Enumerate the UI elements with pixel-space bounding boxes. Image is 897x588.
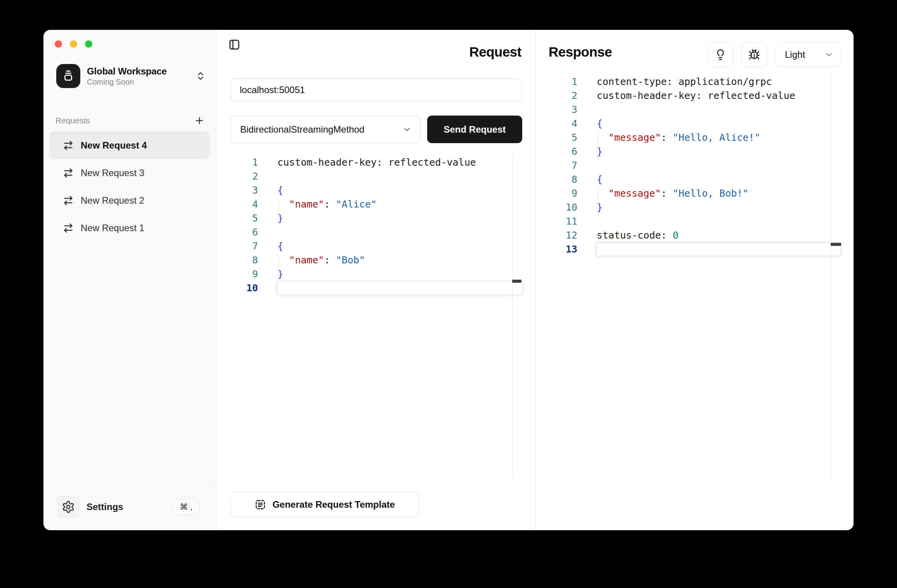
code-token-string: "Hello, Bob!": [673, 188, 749, 199]
code-line[interactable]: 5 "message": "Hello, Alice!": [535, 131, 854, 145]
code-line[interactable]: 7: [535, 159, 854, 173]
close-window-button[interactable]: [55, 40, 62, 48]
code-content: status-code: 0: [597, 228, 679, 242]
method-dropdown[interactable]: BidirectionalStreamingMethod: [230, 116, 421, 143]
code-token-string: "Bob": [336, 254, 365, 266]
code-token-plain: [597, 132, 608, 143]
arrow-right-left-icon: [63, 140, 74, 151]
code-content: }: [597, 201, 603, 214]
code-line[interactable]: 3{: [216, 183, 535, 197]
code-content: "name": "Bob": [277, 253, 365, 267]
code-line[interactable]: 11: [535, 214, 854, 228]
line-number: 5: [216, 211, 258, 225]
sidebar-item-new-request-2[interactable]: New Request 2: [49, 187, 210, 214]
code-token-key: "name": [289, 254, 324, 266]
code-content: [277, 281, 523, 295]
plus-icon: [194, 115, 205, 126]
request-item-label: New Request 1: [81, 223, 144, 233]
line-number: 2: [535, 89, 577, 103]
code-token-plain: content-type: application/grpc: [597, 76, 772, 87]
workspace-title: Global Workspace: [87, 66, 167, 77]
line-number: 5: [535, 131, 577, 145]
sidebar-item-new-request-4[interactable]: New Request 4: [49, 131, 210, 159]
code-content: content-type: application/grpc: [597, 75, 772, 89]
code-token-plain: custom-header-key: reflected-value: [277, 157, 476, 168]
code-line[interactable]: 12status-code: 0: [535, 228, 854, 242]
code-token-key: "message": [608, 132, 661, 143]
settings-label: Settings: [87, 502, 123, 512]
requests-section-label: Requests: [55, 116, 90, 125]
request-editor-scrollbar-thumb[interactable]: [512, 280, 521, 283]
code-token-string: "Alice": [336, 199, 377, 210]
response-editor-scrollbar-thumb[interactable]: [831, 243, 841, 246]
line-number: 8: [216, 253, 258, 267]
code-line[interactable]: 1content-type: application/grpc: [535, 75, 854, 89]
code-line[interactable]: 8{: [535, 173, 854, 187]
sidebar-item-new-request-1[interactable]: New Request 1: [49, 214, 210, 242]
generate-request-template-button[interactable]: Generate Request Template: [230, 492, 419, 517]
code-token-key: "message": [608, 188, 661, 199]
code-line[interactable]: 6: [216, 225, 535, 239]
toggle-sidebar-button[interactable]: [228, 38, 241, 51]
code-content: {: [597, 117, 603, 131]
indent-guide: [279, 199, 279, 210]
code-token-plain: [277, 199, 289, 210]
code-line[interactable]: 4 "name": "Alice": [216, 197, 535, 211]
code-content: "message": "Hello, Alice!": [597, 131, 760, 145]
request-item-label: New Request 3: [81, 168, 144, 178]
settings-button[interactable]: [57, 496, 80, 518]
code-line-active[interactable]: 10: [216, 281, 535, 295]
workspace-switcher[interactable]: Global Workspace Coming Soon: [56, 64, 206, 88]
code-token-plain: [597, 188, 608, 199]
code-line[interactable]: 5}: [216, 211, 535, 225]
line-number: 12: [535, 228, 577, 242]
request-editor[interactable]: 1custom-header-key: reflected-value23{4 …: [216, 156, 535, 295]
indent-guide: [598, 132, 598, 144]
code-token-number: 0: [673, 230, 679, 241]
chevron-down-icon: [824, 50, 834, 59]
lightbulb-icon: [715, 49, 726, 61]
line-number: 1: [535, 75, 577, 89]
code-line[interactable]: 2custom-header-key: reflected-value: [535, 89, 854, 103]
zoom-window-button[interactable]: [85, 40, 92, 48]
tips-button[interactable]: [708, 42, 733, 67]
sidebar-item-new-request-3[interactable]: New Request 3: [49, 159, 210, 187]
theme-dropdown[interactable]: Light: [775, 42, 841, 67]
code-content: }: [277, 267, 283, 281]
code-line-active[interactable]: 13: [535, 242, 854, 256]
response-editor[interactable]: 1content-type: application/grpc2custom-h…: [535, 75, 854, 256]
server-url-input[interactable]: [230, 78, 522, 102]
line-number: 1: [216, 156, 258, 169]
line-number: 6: [535, 145, 577, 159]
code-token-plain: :: [324, 199, 336, 210]
code-line[interactable]: 1custom-header-key: reflected-value: [216, 156, 535, 169]
request-list: New Request 4 New Request 3 New Request …: [49, 131, 210, 242]
app-window: Global Workspace Coming Soon Requests: [43, 30, 854, 530]
code-line[interactable]: 3: [535, 103, 854, 117]
line-number: 10: [216, 281, 258, 295]
code-line[interactable]: 9 "message": "Hello, Bob!": [535, 187, 854, 201]
code-token-brace: }: [597, 146, 603, 157]
code-line[interactable]: 2: [216, 169, 535, 183]
workspace-logo: [56, 64, 80, 88]
code-line[interactable]: 8 "name": "Bob": [216, 253, 535, 267]
minimize-window-button[interactable]: [70, 40, 77, 48]
send-request-button[interactable]: Send Request: [427, 116, 522, 143]
code-line[interactable]: 9}: [216, 267, 535, 281]
debug-button[interactable]: [741, 42, 767, 67]
code-content: custom-header-key: reflected-value: [277, 156, 476, 169]
code-token-brace: {: [277, 185, 283, 196]
code-line[interactable]: 4{: [535, 117, 854, 131]
method-dropdown-value: BidirectionalStreamingMethod: [240, 124, 364, 135]
code-token-brace: }: [597, 202, 603, 213]
line-number: 3: [535, 103, 577, 117]
panel-left-icon: [229, 39, 240, 50]
code-token-plain: status-code:: [597, 230, 673, 241]
code-line[interactable]: 6}: [535, 145, 854, 159]
code-token-key: "name": [289, 199, 324, 210]
add-request-button[interactable]: [194, 115, 205, 126]
line-number: 7: [535, 159, 577, 173]
code-line[interactable]: 7{: [216, 239, 535, 253]
code-token-plain: :: [661, 132, 673, 143]
code-line[interactable]: 10}: [535, 201, 854, 214]
